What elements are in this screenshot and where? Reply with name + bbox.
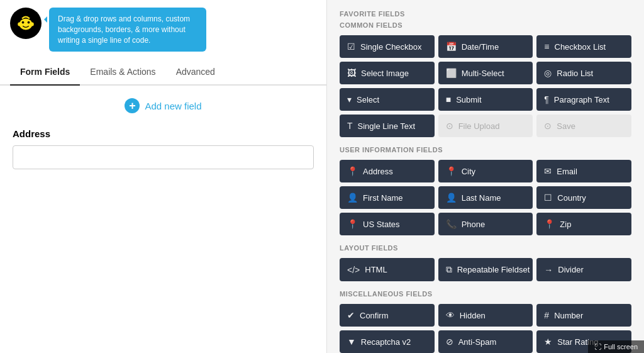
field-single-checkbox[interactable]: ☑Single Checkbox bbox=[340, 35, 435, 58]
file-upload-icon: ⊙ bbox=[446, 121, 453, 131]
multi-select-icon: ⬜ bbox=[446, 68, 457, 78]
user2-icon: 👤 bbox=[446, 193, 457, 203]
right-panel: FAVORITE FIELDS COMMON FIELDS ☑Single Ch… bbox=[327, 0, 644, 353]
field-file-upload[interactable]: ⊙File Upload bbox=[438, 115, 533, 137]
zip-icon: 📍 bbox=[544, 219, 555, 229]
field-last-name[interactable]: 👤Last Name bbox=[438, 186, 533, 209]
layout-fields-title: LAYOUT FIELDS bbox=[340, 244, 631, 252]
misc-fields-title: MISCELLANEOUS FIELDS bbox=[340, 290, 631, 298]
field-number[interactable]: #Number bbox=[536, 304, 631, 327]
field-radio-list[interactable]: ◎Radio List bbox=[536, 62, 631, 84]
field-recaptcha[interactable]: ▼Recaptcha v2 bbox=[340, 330, 435, 353]
address-field-input[interactable] bbox=[13, 145, 314, 169]
field-phone[interactable]: 📞Phone bbox=[438, 213, 533, 235]
common-fields-grid: ☑Single Checkbox 📅Date/Time ≡Checkbox Li… bbox=[340, 35, 631, 137]
field-datetime[interactable]: 📅Date/Time bbox=[438, 35, 533, 58]
add-field-button[interactable]: + Add new field bbox=[13, 98, 314, 113]
fullscreen-label: Full screen bbox=[604, 343, 638, 350]
text-icon: T bbox=[347, 121, 353, 131]
field-first-name[interactable]: 👤First Name bbox=[340, 186, 435, 209]
field-select[interactable]: ▾Select bbox=[340, 88, 435, 111]
user-fields-grid: 📍Address 📍City ✉Email 👤First Name 👤Last … bbox=[340, 160, 631, 235]
svg-point-4 bbox=[31, 23, 34, 26]
checkbox-icon: ☑ bbox=[347, 42, 355, 52]
divider-icon: → bbox=[544, 265, 553, 275]
submit-icon: ■ bbox=[446, 94, 451, 104]
star-icon: ★ bbox=[544, 337, 552, 347]
tab-form-fields[interactable]: Form Fields bbox=[10, 59, 80, 86]
logo-area: Drag & drop rows and columns, custom bac… bbox=[0, 0, 326, 59]
html-icon: </> bbox=[347, 265, 360, 275]
field-checkbox-list[interactable]: ≡Checkbox List bbox=[536, 35, 631, 58]
left-content: + Add new field Address bbox=[0, 86, 326, 353]
fullscreen-icon: ⛶ bbox=[594, 343, 601, 350]
common-fields-title: COMMON FIELDS bbox=[340, 21, 631, 29]
country-icon: ☐ bbox=[544, 193, 552, 203]
field-city[interactable]: 📍City bbox=[438, 160, 533, 182]
field-zip[interactable]: 📍Zip bbox=[536, 213, 631, 235]
calendar-icon: 📅 bbox=[446, 42, 457, 52]
svg-point-0 bbox=[19, 19, 33, 30]
user-fields-title: USER INFORMATION FIELDS bbox=[340, 146, 631, 154]
save-icon: ⊙ bbox=[544, 121, 552, 131]
recaptcha-icon: ▼ bbox=[347, 337, 356, 347]
number-icon: # bbox=[544, 310, 549, 320]
field-email[interactable]: ✉Email bbox=[536, 160, 631, 182]
field-save[interactable]: ⊙Save bbox=[536, 115, 631, 137]
states-icon: 📍 bbox=[347, 219, 358, 229]
list-icon: ≡ bbox=[544, 42, 549, 52]
fullscreen-bar[interactable]: ⛶ Full screen bbox=[588, 340, 644, 353]
field-paragraph-text[interactable]: ¶Paragraph Text bbox=[536, 88, 631, 111]
address-field-label: Address bbox=[13, 128, 314, 139]
favorite-fields-title: FAVORITE FIELDS bbox=[340, 10, 631, 18]
layout-fields-grid: </>HTML ⧉Repeatable Fieldset →Divider bbox=[340, 258, 631, 281]
user-icon: 👤 bbox=[347, 193, 358, 203]
field-single-line-text[interactable]: TSingle Line Text bbox=[340, 115, 435, 137]
plus-icon: + bbox=[125, 98, 140, 113]
phone-icon: 📞 bbox=[446, 219, 457, 229]
field-submit[interactable]: ■Submit bbox=[438, 88, 533, 111]
hidden-icon: 👁 bbox=[446, 310, 455, 320]
field-country[interactable]: ☐Country bbox=[536, 186, 631, 209]
field-select-image[interactable]: 🖼Select Image bbox=[340, 62, 435, 84]
city-icon: 📍 bbox=[446, 166, 457, 176]
svg-point-2 bbox=[28, 21, 30, 24]
field-anti-spam[interactable]: ⊘Anti-Spam bbox=[438, 330, 533, 353]
fieldset-icon: ⧉ bbox=[446, 264, 452, 275]
left-panel: Drag & drop rows and columns, custom bac… bbox=[0, 0, 327, 353]
address-icon: 📍 bbox=[347, 166, 358, 176]
email-icon: ✉ bbox=[544, 166, 552, 176]
svg-point-1 bbox=[22, 21, 25, 24]
field-hidden[interactable]: 👁Hidden bbox=[438, 304, 533, 327]
app-logo bbox=[10, 8, 42, 39]
radio-icon: ◎ bbox=[544, 68, 552, 78]
tooltip-bubble: Drag & drop rows and columns, custom bac… bbox=[49, 8, 206, 52]
field-us-states[interactable]: 📍US States bbox=[340, 213, 435, 235]
paragraph-icon: ¶ bbox=[544, 94, 549, 104]
tab-advanced[interactable]: Advanced bbox=[166, 59, 225, 86]
tab-emails-actions[interactable]: Emails & Actions bbox=[80, 59, 165, 86]
field-html[interactable]: </>HTML bbox=[340, 258, 435, 281]
field-divider[interactable]: →Divider bbox=[536, 258, 631, 281]
field-multi-select[interactable]: ⬜Multi-Select bbox=[438, 62, 533, 84]
confirm-icon: ✔ bbox=[347, 310, 355, 320]
select-icon: ▾ bbox=[347, 94, 352, 104]
svg-point-3 bbox=[18, 23, 21, 26]
field-repeatable-fieldset[interactable]: ⧉Repeatable Fieldset bbox=[438, 258, 533, 281]
field-address[interactable]: 📍Address bbox=[340, 160, 435, 182]
tabs: Form Fields Emails & Actions Advanced bbox=[0, 59, 326, 86]
image-icon: 🖼 bbox=[347, 68, 356, 78]
antispam-icon: ⊘ bbox=[446, 337, 453, 347]
field-confirm[interactable]: ✔Confirm bbox=[340, 304, 435, 327]
